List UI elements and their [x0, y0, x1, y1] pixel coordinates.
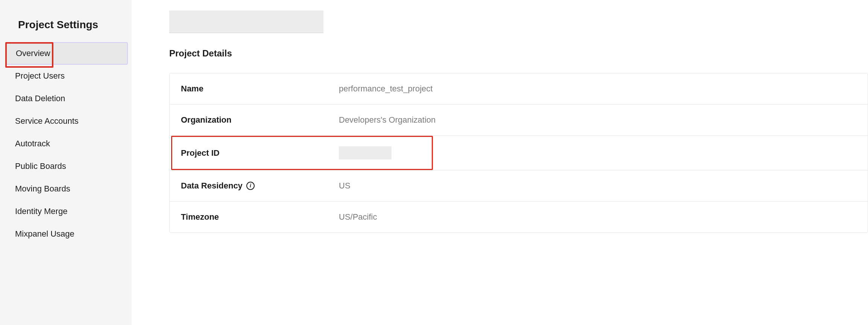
detail-label: Data Residency i	[181, 181, 339, 191]
detail-label: Project ID	[181, 148, 339, 158]
detail-row-name: Name performance_test_project	[170, 73, 868, 105]
sidebar-item-autotrack[interactable]: Autotrack	[0, 132, 132, 155]
sidebar-item-moving-boards[interactable]: Moving Boards	[0, 178, 132, 200]
sidebar-item-label: Mixpanel Usage	[15, 229, 74, 238]
project-details-table: Name performance_test_project Organizati…	[169, 73, 868, 233]
detail-label: Name	[181, 84, 339, 94]
sidebar-item-label: Project Users	[15, 71, 65, 80]
sidebar-item-label: Data Deletion	[15, 94, 65, 103]
detail-value: Developers's Organization	[339, 115, 436, 125]
sidebar-item-public-boards[interactable]: Public Boards	[0, 155, 132, 178]
sidebar-item-label: Autotrack	[15, 139, 50, 148]
detail-value: US	[339, 181, 351, 191]
sidebar-item-overview[interactable]: Overview	[5, 42, 128, 65]
detail-label: Timezone	[181, 212, 339, 222]
sidebar-title: Project Settings	[0, 19, 132, 42]
detail-row-timezone: Timezone US/Pacific	[170, 202, 868, 232]
detail-label-text: Data Residency	[181, 181, 243, 191]
sidebar-item-label: Public Boards	[15, 161, 66, 171]
sidebar-item-label: Overview	[16, 49, 50, 58]
sidebar-item-data-deletion[interactable]: Data Deletion	[0, 87, 132, 110]
sidebar-item-label: Moving Boards	[15, 184, 70, 193]
main-content: Project Details Name performance_test_pr…	[132, 0, 868, 325]
sidebar-item-mixpanel-usage[interactable]: Mixpanel Usage	[0, 223, 132, 245]
info-icon[interactable]: i	[246, 182, 255, 190]
sidebar-item-label: Service Accounts	[15, 116, 79, 126]
sidebar-item-project-users[interactable]: Project Users	[0, 65, 132, 87]
sidebar-item-label: Identity Merge	[15, 207, 67, 216]
placeholder-box	[169, 11, 323, 33]
detail-row-organization: Organization Developers's Organization	[170, 105, 868, 136]
detail-label: Organization	[181, 115, 339, 125]
sidebar-item-service-accounts[interactable]: Service Accounts	[0, 110, 132, 132]
detail-value: US/Pacific	[339, 212, 377, 222]
sidebar: Project Settings Overview Project Users …	[0, 0, 132, 325]
detail-row-data-residency: Data Residency i US	[170, 170, 868, 202]
sidebar-item-identity-merge[interactable]: Identity Merge	[0, 200, 132, 223]
detail-value: performance_test_project	[339, 84, 432, 94]
detail-value-redacted	[339, 146, 392, 159]
section-title: Project Details	[169, 48, 868, 59]
detail-row-project-id: Project ID	[170, 136, 868, 170]
